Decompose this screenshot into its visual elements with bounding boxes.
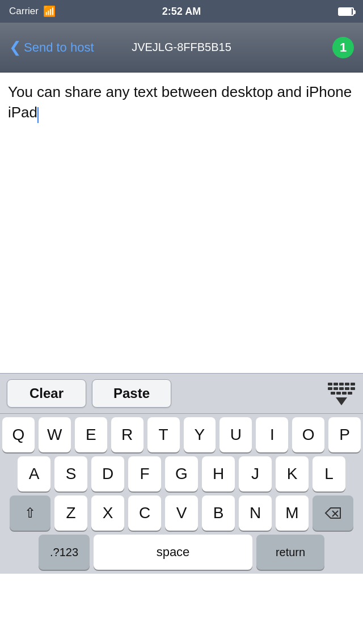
- key-j[interactable]: J: [239, 456, 272, 492]
- key-b[interactable]: B: [202, 495, 235, 531]
- svg-rect-7: [339, 387, 344, 390]
- keyboard-hide-button[interactable]: [327, 382, 356, 405]
- svg-rect-13: [348, 392, 352, 395]
- key-symbol[interactable]: .?123: [39, 535, 90, 570]
- key-c[interactable]: C: [128, 495, 161, 531]
- svg-rect-10: [331, 392, 335, 395]
- back-button[interactable]: ❮ Send to host: [9, 40, 94, 55]
- key-q[interactable]: Q: [2, 417, 35, 452]
- key-u[interactable]: U: [220, 417, 252, 452]
- key-l[interactable]: L: [313, 456, 345, 492]
- key-e[interactable]: E: [75, 417, 107, 452]
- svg-rect-2: [339, 383, 344, 385]
- svg-rect-8: [345, 387, 349, 390]
- key-m[interactable]: M: [276, 495, 309, 531]
- key-a[interactable]: A: [18, 456, 50, 492]
- clear-button[interactable]: Clear: [7, 379, 86, 408]
- wifi-icon: 📶: [43, 5, 56, 18]
- key-space[interactable]: space: [94, 535, 252, 570]
- backspace-icon: [324, 507, 341, 519]
- key-i[interactable]: I: [256, 417, 288, 452]
- key-row-1: Q W E R T Y U I O P: [0, 417, 363, 452]
- keyboard-hide-icon: [327, 382, 356, 405]
- key-d[interactable]: D: [91, 456, 124, 492]
- text-content: You can share any text between desktop a…: [8, 83, 352, 121]
- key-r[interactable]: R: [111, 417, 143, 452]
- svg-rect-12: [342, 392, 347, 395]
- key-w[interactable]: W: [39, 417, 71, 452]
- key-t[interactable]: T: [147, 417, 180, 452]
- svg-rect-6: [334, 387, 338, 390]
- key-h[interactable]: H: [202, 456, 235, 492]
- svg-marker-14: [336, 397, 347, 405]
- key-row-bottom: .?123 space return: [0, 535, 363, 570]
- back-label: Send to host: [24, 40, 94, 55]
- key-y[interactable]: Y: [184, 417, 216, 452]
- clear-label: Clear: [29, 385, 64, 401]
- svg-rect-5: [328, 387, 332, 390]
- back-chevron-icon: ❮: [9, 40, 22, 54]
- key-g[interactable]: G: [165, 456, 198, 492]
- key-z[interactable]: Z: [54, 495, 87, 531]
- toolbar: Clear Paste: [0, 373, 363, 414]
- svg-rect-0: [328, 383, 332, 385]
- svg-rect-9: [351, 387, 355, 390]
- keyboard: Q W E R T Y U I O P A S D F G H J K L ⇧ …: [0, 414, 363, 574]
- status-bar: Carrier 📶 2:52 AM: [0, 0, 363, 23]
- key-f[interactable]: F: [128, 456, 161, 492]
- key-row-3: ⇧ Z X C V B N M: [0, 495, 363, 531]
- text-area[interactable]: You can share any text between desktop a…: [0, 73, 363, 373]
- notification-badge[interactable]: 1: [332, 37, 354, 58]
- svg-rect-4: [351, 383, 355, 385]
- key-row-2: A S D F G H J K L: [0, 456, 363, 492]
- status-time: 2:52 AM: [162, 6, 201, 18]
- paste-button[interactable]: Paste: [92, 379, 171, 408]
- key-k[interactable]: K: [276, 456, 309, 492]
- nav-title: JVEJLG-8FFB5B15: [132, 41, 231, 54]
- keyboard-rows: Q W E R T Y U I O P A S D F G H J K L ⇧ …: [0, 417, 363, 574]
- key-x[interactable]: X: [91, 495, 124, 531]
- key-return[interactable]: return: [256, 535, 324, 570]
- paste-label: Paste: [113, 385, 150, 401]
- key-n[interactable]: N: [239, 495, 272, 531]
- key-o[interactable]: O: [292, 417, 324, 452]
- nav-bar: ❮ Send to host JVEJLG-8FFB5B15 1: [0, 23, 363, 73]
- key-s[interactable]: S: [54, 456, 87, 492]
- battery-icon: [338, 7, 354, 16]
- text-cursor: [37, 107, 39, 123]
- svg-rect-3: [345, 383, 349, 385]
- key-v[interactable]: V: [165, 495, 198, 531]
- key-backspace[interactable]: [313, 495, 353, 531]
- status-left: Carrier 📶: [9, 5, 56, 18]
- svg-rect-1: [334, 383, 338, 385]
- svg-rect-11: [336, 392, 341, 395]
- key-shift[interactable]: ⇧: [10, 495, 50, 531]
- status-right: [338, 7, 354, 16]
- key-p[interactable]: P: [328, 417, 361, 452]
- carrier-label: Carrier: [9, 6, 39, 17]
- badge-count: 1: [340, 40, 347, 55]
